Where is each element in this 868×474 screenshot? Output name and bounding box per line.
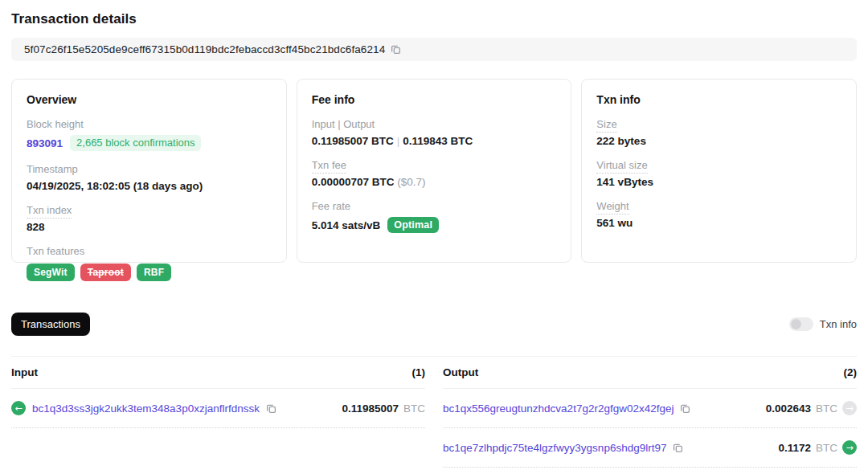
output-amount: 0.002643 <box>766 402 811 415</box>
output-total: 0.119843 BTC <box>403 135 473 147</box>
outputs-header: Output (2) <box>443 357 857 389</box>
txn-index-label: Txn index <box>27 204 272 216</box>
txn-info-toggle[interactable] <box>789 317 813 331</box>
block-height-label: Block height <box>27 118 272 130</box>
outputs-column: Output (2) bc1qx556greugtunzhdcva2t7g2r2… <box>443 357 857 468</box>
size-label: Size <box>596 118 841 130</box>
txn-features-label: Txn features <box>27 245 272 257</box>
rbf-badge: RBF <box>137 264 171 281</box>
input-output-value: 0.11985007 BTC|0.119843 BTC <box>312 135 557 147</box>
transaction-details-page: Transaction details 5f07c26f15e5205de9ce… <box>0 0 868 468</box>
txn-info-card: Txn info Size 222 bytes Virtual size 141… <box>581 79 857 263</box>
copy-icon[interactable] <box>266 403 276 414</box>
input-amount: 0.11985007 <box>342 402 399 415</box>
fee-rate-value: 5.014 sats/vB Optimal <box>312 217 557 233</box>
size-value: 222 bytes <box>596 135 841 147</box>
inputs-header: Input (1) <box>11 357 425 389</box>
transactions-table: Input (1) ← bc1q3d3ss3jgk2ukk3tem348a3p0… <box>11 356 857 468</box>
block-height-link[interactable]: 893091 <box>27 137 63 149</box>
output-amount: 0.1172 <box>778 442 811 454</box>
txid-bar: 5f07c26f15e5205de9ceff67315b0d119bdc2feb… <box>11 38 857 61</box>
taproot-badge: Taproot <box>80 264 131 281</box>
timestamp-value: 04/19/2025, 18:02:05 (18 days ago) <box>27 180 272 192</box>
input-arrow-icon: ← <box>11 401 26 415</box>
output-amount-unit: BTC <box>816 442 837 454</box>
output-address-link[interactable]: bc1qx556greugtunzhdcva2t7g2r2gfgw02x42fg… <box>443 402 674 415</box>
txn-info-card-title: Txn info <box>596 93 841 106</box>
input-amount-unit: BTC <box>403 402 425 415</box>
inputs-count: (1) <box>412 366 426 378</box>
txn-feature-badges: SegWit Taproot RBF <box>27 264 272 281</box>
input-address-link[interactable]: bc1q3d3ss3jgk2ukk3tem348a3p0xzjanflrfdns… <box>32 402 260 415</box>
summary-cards: Overview Block height 893091 2,665 block… <box>11 79 857 263</box>
virtual-size-value: 141 vBytes <box>596 176 841 188</box>
segwit-badge: SegWit <box>27 264 75 281</box>
outputs-header-label: Output <box>443 366 478 378</box>
overview-card: Overview Block height 893091 2,665 block… <box>11 79 287 263</box>
txid-value: 5f07c26f15e5205de9ceff67315b0d119bdc2feb… <box>24 43 385 55</box>
inputs-header-label: Input <box>11 366 38 378</box>
fee-rate-optimal-badge: Optimal <box>387 217 439 233</box>
inputs-column: Input (1) ← bc1q3d3ss3jgk2ukk3tem348a3p0… <box>11 357 425 468</box>
txn-info-toggle-wrap[interactable]: Txn info <box>789 317 857 331</box>
input-row: ← bc1q3d3ss3jgk2ukk3tem348a3p0xzjanflrfd… <box>11 389 425 428</box>
page-title: Transaction details <box>11 0 857 27</box>
tab-transactions[interactable]: Transactions <box>11 313 90 336</box>
copy-icon[interactable] <box>673 443 683 453</box>
toggle-knob <box>791 319 801 329</box>
output-amount-unit: BTC <box>816 402 837 415</box>
copy-icon[interactable] <box>391 44 401 55</box>
output-arrow-icon[interactable]: → <box>842 440 857 455</box>
input-total: 0.11985007 BTC <box>312 135 394 147</box>
output-address-link[interactable]: bc1qe7zlhpdjc75te4lgzfwyy3ygsnp6shdg9lrt… <box>443 442 666 454</box>
overview-card-title: Overview <box>27 93 272 106</box>
timestamp-label: Timestamp <box>27 163 272 175</box>
virtual-size-label: Virtual size <box>596 159 841 171</box>
input-output-label: Input | Output <box>312 118 557 130</box>
fee-rate-label: Fee rate <box>312 200 557 212</box>
txn-fee-usd: ($0.7) <box>397 176 425 188</box>
io-separator: | <box>394 135 403 147</box>
txn-fee-label: Txn fee <box>312 159 557 171</box>
fee-info-card: Fee info Input | Output 0.11985007 BTC|0… <box>297 79 572 263</box>
transactions-section-header: Transactions Txn info <box>11 313 857 336</box>
output-row: bc1qx556greugtunzhdcva2t7g2r2gfgw02x42fg… <box>443 389 857 428</box>
output-row: bc1qe7zlhpdjc75te4lgzfwyy3ygsnp6shdg9lrt… <box>443 428 857 468</box>
weight-label: Weight <box>596 200 841 212</box>
confirmations-badge: 2,665 block confirmations <box>70 135 201 151</box>
txn-index-value: 828 <box>27 221 272 233</box>
fee-info-card-title: Fee info <box>312 93 557 106</box>
copy-icon[interactable] <box>680 403 690 414</box>
txn-fee-value: 0.00000707 BTC ($0.7) <box>312 176 557 188</box>
outputs-count: (2) <box>844 366 858 378</box>
weight-value: 561 wu <box>596 217 841 229</box>
output-arrow-icon[interactable]: → <box>842 401 857 415</box>
txn-info-toggle-label: Txn info <box>820 318 857 330</box>
